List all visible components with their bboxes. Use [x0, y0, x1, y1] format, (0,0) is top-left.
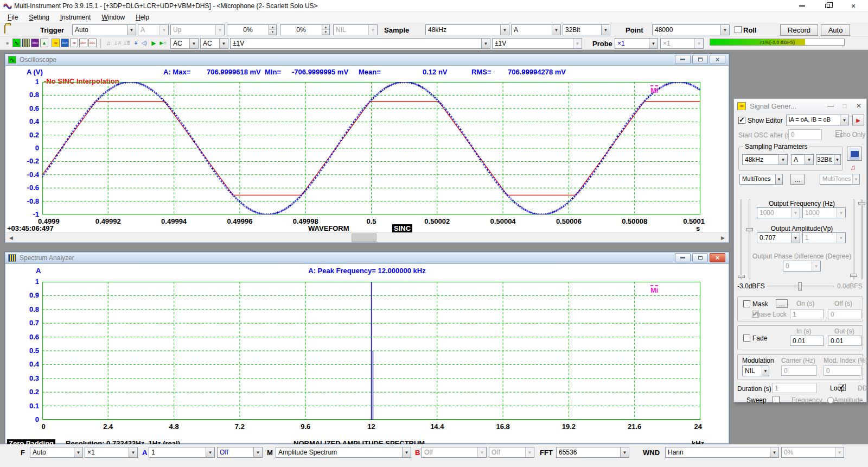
close-button[interactable]: × [843, 0, 864, 12]
freq-slider-b[interactable] [861, 199, 863, 280]
oscilloscope-minimize-button[interactable] [675, 55, 691, 64]
waveform-a-select[interactable]: MultiTones▼ [739, 174, 783, 185]
record-button[interactable]: Record [780, 24, 818, 36]
spin-down-icon[interactable]: ▼ [269, 30, 276, 35]
persistence-a-select[interactable]: Off▼ [217, 447, 263, 458]
multitones-editor-button[interactable]: ... [790, 174, 805, 185]
sampling-channels-select[interactable]: A▼ [511, 24, 561, 35]
spectrum-analyzer-icon[interactable] [22, 39, 30, 47]
range-b-select[interactable]: ±1V▼ [492, 38, 582, 49]
sinc-badge[interactable]: SINC [392, 224, 412, 232]
scroll-left-icon[interactable]: ◀ [7, 234, 16, 241]
restore-button[interactable] [816, 0, 838, 12]
sweep-checkbox[interactable] [773, 396, 780, 403]
open-file-icon[interactable] [4, 25, 5, 34]
multimeter-icon[interactable]: 000 [31, 39, 39, 47]
trigger-edge-select[interactable]: Up▼ [170, 24, 225, 35]
mask-checkbox[interactable] [743, 300, 750, 307]
display-mode-select[interactable]: Amplitude Spectrum▼ [276, 447, 411, 458]
probe-b-select[interactable]: ×1▼ [660, 38, 704, 49]
signal-generator-mini-icon[interactable]: ≈ [70, 39, 78, 47]
sweep-frequency-radio[interactable] [827, 397, 834, 403]
slider-thumb[interactable] [858, 202, 865, 205]
probe-calibration-icon[interactable]: + [132, 39, 140, 47]
siggen-run-button[interactable]: ▶ [852, 115, 864, 125]
freq-axis-select[interactable]: Auto▼ [30, 447, 83, 458]
zero-channel-a-icon[interactable]: ⊥A [113, 39, 122, 47]
spectrum-close-button[interactable]: × [710, 253, 725, 262]
trigger-mode-select[interactable]: Auto▼ [72, 24, 136, 35]
slider-thumb[interactable] [798, 282, 802, 291]
siggen-save-button[interactable] [847, 147, 862, 161]
record-points-select[interactable]: 48000▼ [652, 24, 730, 35]
run-loop-icon[interactable]: ▶○ [159, 39, 167, 47]
spin-up-icon[interactable]: ▲ [269, 25, 276, 30]
menu-instrument[interactable]: Instrument [55, 12, 97, 23]
menu-setting[interactable]: Setting [23, 12, 54, 23]
slider-thumb[interactable] [850, 274, 857, 277]
sound-device-icon[interactable]: ◁) [140, 39, 148, 47]
oscilloscope-plot[interactable]: 10.80.60.40.20-0.2-0.4-0.6-0.8-10.49990.… [42, 82, 700, 214]
slider-thumb[interactable] [738, 275, 745, 278]
fade-in-input[interactable]: 0.01 [790, 336, 824, 346]
coupling-b-select[interactable]: AC▼ [200, 38, 228, 49]
siggen-minimize-button[interactable]: — [824, 101, 838, 111]
output-amplitude-a-select[interactable]: 0.707▼ [757, 232, 800, 243]
spectrum-minimize-button[interactable] [675, 253, 691, 262]
signal-generator-titlebar[interactable]: ≈ Signal Gener... — □ ✕ [735, 99, 866, 112]
menu-file[interactable]: File [2, 12, 23, 23]
spectrum-restore-button[interactable] [692, 253, 708, 262]
scrollbar-thumb[interactable] [352, 234, 376, 242]
oscilloscope-close-button[interactable]: × [710, 55, 725, 64]
mod-index-input[interactable]: 0 [824, 365, 861, 376]
roll-checkbox[interactable] [735, 26, 742, 33]
menu-window[interactable]: Window [96, 12, 130, 23]
siggen-close-button[interactable]: ✕ [852, 101, 866, 111]
persistence-b-select[interactable]: Off▼ [489, 447, 534, 458]
duration-input[interactable]: 1 [772, 383, 816, 393]
ddc-icon[interactable]: DDC [88, 39, 97, 47]
record-dot-icon[interactable]: ● [3, 39, 11, 47]
siggen-maximize-button[interactable]: □ [838, 101, 852, 111]
fade-checkbox[interactable] [743, 335, 750, 342]
output-amplitude-b-select[interactable]: 1▼ [802, 232, 846, 243]
probe-a-select[interactable]: ×1▼ [615, 38, 658, 49]
spectrum-3d-plot-icon[interactable]: ▲ [40, 39, 48, 47]
spin-down-icon[interactable]: ▼ [322, 30, 329, 35]
slider-thumb[interactable] [746, 228, 753, 231]
auto-scaling-button[interactable]: Auto [821, 24, 850, 36]
ddp-viewer-icon[interactable]: DDP [79, 39, 87, 47]
dbfs-slider[interactable] [768, 286, 834, 287]
mask-off-input[interactable]: 0 [828, 309, 861, 319]
spectrum-titlebar[interactable]: Spectrum Analyzer [5, 253, 729, 264]
fft-size-select[interactable]: 65536▼ [556, 447, 629, 458]
trigger-delay-spinner[interactable]: 0%▲▼ [280, 24, 330, 35]
trigger-level-spinner[interactable]: 0%▲▼ [227, 24, 277, 35]
window-function-select[interactable]: Hann▼ [665, 447, 779, 458]
oscilloscope-hscrollbar[interactable]: ◀ ▶ [6, 232, 728, 242]
music-note-icon[interactable]: ♫ [850, 163, 856, 172]
scroll-right-icon[interactable]: ▶ [718, 234, 727, 241]
oscilloscope-restore-button[interactable] [692, 55, 708, 64]
gain-a-select[interactable]: 1▼ [149, 447, 215, 458]
bit-depth-select[interactable]: 32Bit▼ [563, 24, 610, 35]
spectrum-plot[interactable]: 10.90.80.70.60.50.40.30.20.1002.44.87.29… [42, 282, 700, 420]
overlap-select[interactable]: 0%▼ [781, 447, 844, 458]
freq-slider-a[interactable] [741, 199, 742, 280]
gain-b-select[interactable]: Off▼ [422, 447, 487, 458]
amp-slider-b[interactable] [853, 199, 854, 280]
output-frequency-b-select[interactable]: 1000▼ [802, 207, 846, 218]
mask-on-input[interactable]: 1 [790, 309, 824, 319]
coupling-a-select[interactable]: AC▼ [170, 38, 199, 49]
siggen-sample-rate-select[interactable]: 48kHz▼ [742, 154, 788, 165]
mask-more-button[interactable]: ... [776, 299, 788, 308]
sample-rate-select[interactable]: 48kHz▼ [425, 24, 509, 35]
siggen-channels-select[interactable]: A▼ [791, 154, 814, 165]
trigger-source-select[interactable]: A▼ [138, 24, 169, 35]
minimize-button[interactable] [791, 0, 813, 12]
modulation-type-select[interactable]: NIL▼ [742, 365, 769, 376]
waveform-b-select[interactable]: MultiTones▼ [820, 174, 860, 185]
spin-up-icon[interactable]: ▲ [322, 25, 329, 30]
output-phase-select[interactable]: 0▼ [783, 261, 821, 272]
output-frequency-a-select[interactable]: 1000▼ [757, 207, 800, 218]
